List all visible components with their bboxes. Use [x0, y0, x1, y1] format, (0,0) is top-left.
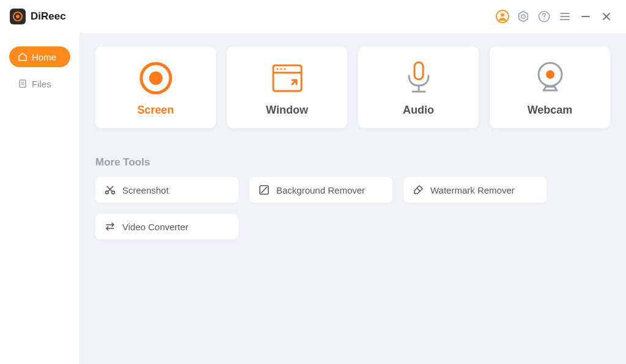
sidebar-item-files[interactable]: Files — [9, 73, 70, 94]
card-audio[interactable]: Audio — [358, 46, 479, 128]
tool-background-remover[interactable]: Background Remover — [249, 177, 392, 203]
window-icon — [271, 59, 304, 98]
svg-line-35 — [417, 188, 420, 191]
svg-point-21 — [276, 68, 278, 70]
account-icon[interactable] — [494, 8, 511, 25]
app-logo — [10, 9, 26, 24]
tool-label: Screenshot — [122, 185, 169, 195]
eraser-icon — [412, 184, 424, 196]
svg-point-18 — [149, 71, 163, 85]
mode-cards: Screen Window — [95, 46, 610, 128]
webcam-icon — [533, 59, 567, 98]
tool-screenshot[interactable]: Screenshot — [95, 177, 238, 203]
card-label: Window — [266, 104, 308, 117]
sidebar-item-home[interactable]: Home — [9, 46, 70, 67]
tool-video-converter[interactable]: Video Converter — [95, 214, 238, 239]
titlebar: DiReec — [0, 0, 626, 33]
card-label: Webcam — [528, 104, 573, 117]
tool-label: Watermark Remover — [430, 185, 515, 195]
tool-watermark-remover[interactable]: Watermark Remover — [403, 177, 547, 203]
svg-point-7 — [543, 18, 545, 20]
svg-point-28 — [546, 70, 554, 79]
minimize-button[interactable] — [577, 8, 594, 25]
scissors-icon — [104, 184, 116, 196]
main-area: Screen Window — [79, 33, 626, 364]
settings-icon[interactable] — [515, 8, 532, 25]
svg-point-22 — [280, 68, 282, 70]
microphone-icon — [402, 59, 436, 98]
menu-icon[interactable] — [556, 8, 573, 25]
svg-marker-4 — [519, 12, 528, 22]
more-tools-title: More Tools — [95, 156, 610, 169]
card-screen[interactable]: Screen — [95, 46, 216, 128]
sidebar: Home Files — [0, 33, 79, 364]
app-name: DiReec — [31, 10, 66, 23]
tool-label: Background Remover — [276, 185, 365, 195]
svg-line-34 — [261, 187, 267, 193]
svg-point-5 — [521, 15, 525, 18]
record-icon — [138, 59, 174, 98]
tool-label: Video Converter — [122, 222, 188, 232]
close-button[interactable] — [598, 8, 615, 25]
background-remove-icon — [258, 184, 270, 196]
svg-point-1 — [16, 15, 20, 18]
card-window[interactable]: Window — [227, 46, 347, 128]
more-tools-list: Screenshot Background Remover Watermark … — [95, 177, 560, 239]
help-icon[interactable] — [536, 8, 553, 25]
svg-rect-14 — [20, 80, 26, 87]
card-label: Audio — [403, 104, 434, 117]
sidebar-item-label: Files — [32, 79, 51, 89]
card-webcam[interactable]: Webcam — [490, 46, 610, 128]
card-label: Screen — [137, 104, 174, 117]
svg-rect-24 — [414, 62, 423, 79]
sidebar-item-label: Home — [32, 52, 56, 62]
convert-icon — [104, 220, 116, 233]
svg-point-3 — [501, 13, 504, 17]
svg-point-23 — [284, 68, 285, 70]
